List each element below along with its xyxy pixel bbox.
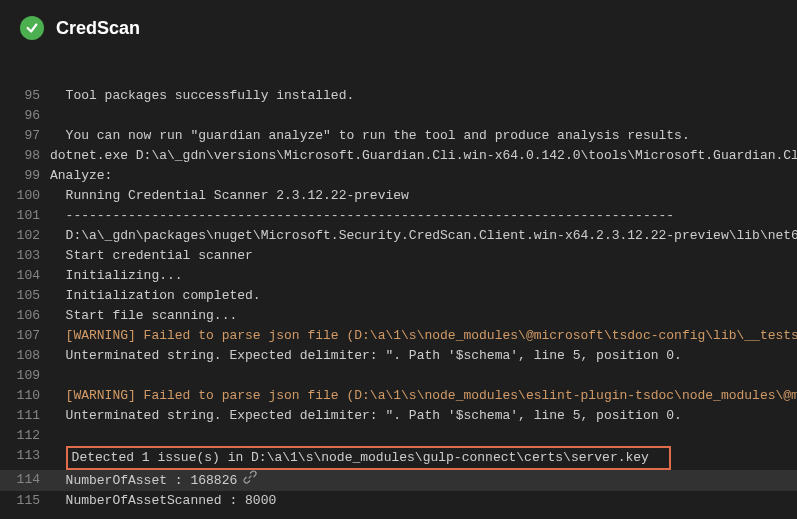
line-content <box>50 426 797 446</box>
line-content: ----------------------------------------… <box>50 206 797 226</box>
line-content: Analyze: <box>50 166 797 186</box>
success-check-icon <box>20 16 44 40</box>
log-line: 106 Start file scanning... <box>0 306 797 326</box>
log-line: 113 Detected 1 issue(s) in D:\a\1\s\node… <box>0 446 797 470</box>
log-line: 103 Start credential scanner <box>0 246 797 266</box>
line-number: 101 <box>0 206 50 226</box>
line-number: 113 <box>0 446 50 470</box>
log-line: 101 ------------------------------------… <box>0 206 797 226</box>
line-content: Initializing... <box>50 266 797 286</box>
log-line: 104 Initializing... <box>0 266 797 286</box>
line-content: Running Credential Scanner 2.3.12.22-pre… <box>50 186 797 206</box>
link-icon[interactable] <box>243 470 257 491</box>
line-content <box>50 106 797 126</box>
line-number: 115 <box>0 491 50 511</box>
header: CredScan <box>0 0 797 56</box>
line-content: Unterminated string. Expected delimiter:… <box>50 346 797 366</box>
line-content: [WARNING] Failed to parse json file (D:\… <box>50 326 797 346</box>
log-line: 99Analyze: <box>0 166 797 186</box>
line-number: 108 <box>0 346 50 366</box>
line-number: 95 <box>0 86 50 106</box>
log-line: 107 [WARNING] Failed to parse json file … <box>0 326 797 346</box>
line-number: 105 <box>0 286 50 306</box>
log-line: 95 Tool packages successfully installed. <box>0 86 797 106</box>
line-number: 111 <box>0 406 50 426</box>
log-line: 115 NumberOfAssetScanned : 8000 <box>0 491 797 511</box>
line-content: NumberOfAssetScanned : 8000 <box>50 491 797 511</box>
log-line: 105 Initialization completed. <box>0 286 797 306</box>
line-content: Tool packages successfully installed. <box>50 86 797 106</box>
log-line: 100 Running Credential Scanner 2.3.12.22… <box>0 186 797 206</box>
log-line: 112 <box>0 426 797 446</box>
page-title: CredScan <box>56 18 140 39</box>
line-content: Initialization completed. <box>50 286 797 306</box>
line-content: Start file scanning... <box>50 306 797 326</box>
line-content: NumberOfAsset : 168826 <box>50 470 797 491</box>
detection-highlight: Detected 1 issue(s) in D:\a\1\s\node_mod… <box>66 446 671 470</box>
line-content: D:\a\_gdn\packages\nuget\Microsoft.Secur… <box>50 226 797 246</box>
line-number: 98 <box>0 146 50 166</box>
line-number: 103 <box>0 246 50 266</box>
log-output[interactable]: 95 Tool packages successfully installed.… <box>0 56 797 511</box>
line-number: 102 <box>0 226 50 246</box>
line-number: 109 <box>0 366 50 386</box>
log-line: 97 You can now run "guardian analyze" to… <box>0 126 797 146</box>
log-line: 111 Unterminated string. Expected delimi… <box>0 406 797 426</box>
warning-text: [WARNING] Failed to parse json file (D:\… <box>50 388 797 403</box>
line-number: 107 <box>0 326 50 346</box>
line-content: [WARNING] Failed to parse json file (D:\… <box>50 386 797 406</box>
log-line: 102 D:\a\_gdn\packages\nuget\Microsoft.S… <box>0 226 797 246</box>
log-line: 98dotnet.exe D:\a\_gdn\versions\Microsof… <box>0 146 797 166</box>
line-number: 110 <box>0 386 50 406</box>
line-content: Unterminated string. Expected delimiter:… <box>50 406 797 426</box>
log-line: 114 NumberOfAsset : 168826 <box>0 470 797 491</box>
log-line: 109 <box>0 366 797 386</box>
line-content: You can now run "guardian analyze" to ru… <box>50 126 797 146</box>
line-number: 96 <box>0 106 50 126</box>
line-content: Detected 1 issue(s) in D:\a\1\s\node_mod… <box>50 446 797 470</box>
line-number: 104 <box>0 266 50 286</box>
line-number: 112 <box>0 426 50 446</box>
log-line: 108 Unterminated string. Expected delimi… <box>0 346 797 366</box>
line-number: 100 <box>0 186 50 206</box>
line-content: dotnet.exe D:\a\_gdn\versions\Microsoft.… <box>50 146 797 166</box>
log-line: 110 [WARNING] Failed to parse json file … <box>0 386 797 406</box>
log-line: 96 <box>0 106 797 126</box>
line-content <box>50 366 797 386</box>
line-number: 99 <box>0 166 50 186</box>
line-number: 114 <box>0 470 50 491</box>
line-number: 106 <box>0 306 50 326</box>
line-number: 97 <box>0 126 50 146</box>
warning-text: [WARNING] Failed to parse json file (D:\… <box>50 328 797 343</box>
line-content: Start credential scanner <box>50 246 797 266</box>
